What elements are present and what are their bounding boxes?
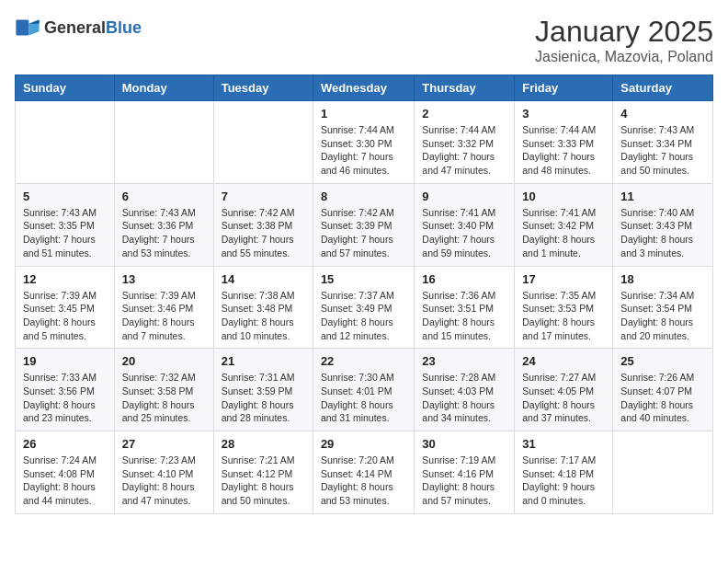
calendar-cell: 13Sunrise: 7:39 AM Sunset: 3:46 PM Dayli… — [114, 266, 213, 349]
day-number: 24 — [522, 354, 605, 368]
calendar-cell: 6Sunrise: 7:43 AM Sunset: 3:36 PM Daylig… — [114, 183, 213, 266]
svg-rect-0 — [16, 20, 28, 36]
day-info: Sunrise: 7:35 AM Sunset: 3:53 PM Dayligh… — [522, 289, 605, 343]
calendar-cell: 5Sunrise: 7:43 AM Sunset: 3:35 PM Daylig… — [16, 183, 115, 266]
calendar-cell: 9Sunrise: 7:41 AM Sunset: 3:40 PM Daylig… — [415, 183, 515, 266]
day-number: 29 — [321, 437, 406, 451]
day-info: Sunrise: 7:26 AM Sunset: 4:07 PM Dayligh… — [620, 371, 705, 425]
calendar-cell: 14Sunrise: 7:38 AM Sunset: 3:48 PM Dayli… — [213, 266, 313, 349]
calendar-cell: 2Sunrise: 7:44 AM Sunset: 3:32 PM Daylig… — [415, 101, 515, 184]
day-number: 16 — [422, 272, 506, 286]
day-info: Sunrise: 7:27 AM Sunset: 4:05 PM Dayligh… — [522, 371, 605, 425]
day-info: Sunrise: 7:32 AM Sunset: 3:58 PM Dayligh… — [122, 371, 206, 425]
day-number: 9 — [422, 190, 506, 203]
day-number: 22 — [321, 354, 406, 368]
calendar-cell — [114, 101, 213, 184]
day-number: 18 — [620, 272, 705, 286]
calendar-week-row: 19Sunrise: 7:33 AM Sunset: 3:56 PM Dayli… — [16, 349, 713, 431]
calendar-cell: 18Sunrise: 7:34 AM Sunset: 3:54 PM Dayli… — [613, 266, 713, 349]
calendar-cell: 21Sunrise: 7:31 AM Sunset: 3:59 PM Dayli… — [213, 349, 313, 431]
calendar-cell — [16, 101, 115, 184]
day-number: 20 — [122, 354, 206, 368]
day-info: Sunrise: 7:21 AM Sunset: 4:12 PM Dayligh… — [222, 454, 305, 508]
day-number: 17 — [522, 272, 605, 286]
day-info: Sunrise: 7:43 AM Sunset: 3:34 PM Dayligh… — [620, 123, 705, 178]
day-number: 1 — [321, 107, 406, 121]
day-number: 4 — [620, 107, 705, 121]
logo-blue: Blue — [106, 18, 142, 37]
weekday-header: Sunday — [16, 75, 115, 101]
calendar-week-row: 26Sunrise: 7:24 AM Sunset: 4:08 PM Dayli… — [16, 431, 713, 514]
calendar-cell: 23Sunrise: 7:28 AM Sunset: 4:03 PM Dayli… — [415, 349, 515, 431]
weekday-header: Friday — [515, 75, 613, 101]
calendar-cell: 8Sunrise: 7:42 AM Sunset: 3:39 PM Daylig… — [313, 183, 414, 266]
day-number: 5 — [23, 190, 107, 203]
day-number: 19 — [23, 354, 107, 368]
calendar-cell: 11Sunrise: 7:40 AM Sunset: 3:43 PM Dayli… — [613, 183, 713, 266]
day-info: Sunrise: 7:40 AM Sunset: 3:43 PM Dayligh… — [620, 206, 705, 260]
title-block: January 2025 Jasienica, Mazovia, Poland — [535, 15, 713, 65]
calendar-cell: 15Sunrise: 7:37 AM Sunset: 3:49 PM Dayli… — [313, 266, 414, 349]
day-info: Sunrise: 7:43 AM Sunset: 3:36 PM Dayligh… — [122, 206, 206, 260]
calendar-cell: 1Sunrise: 7:44 AM Sunset: 3:30 PM Daylig… — [313, 101, 414, 184]
calendar-table: SundayMondayTuesdayWednesdayThursdayFrid… — [15, 75, 713, 514]
calendar-cell: 28Sunrise: 7:21 AM Sunset: 4:12 PM Dayli… — [213, 431, 313, 514]
calendar-cell — [213, 101, 313, 184]
day-info: Sunrise: 7:31 AM Sunset: 3:59 PM Dayligh… — [222, 371, 305, 425]
calendar-cell: 20Sunrise: 7:32 AM Sunset: 3:58 PM Dayli… — [114, 349, 213, 431]
day-info: Sunrise: 7:44 AM Sunset: 3:32 PM Dayligh… — [422, 123, 506, 178]
day-number: 2 — [422, 107, 506, 121]
calendar-cell: 12Sunrise: 7:39 AM Sunset: 3:45 PM Dayli… — [16, 266, 115, 349]
day-number: 27 — [122, 437, 206, 451]
calendar-week-row: 5Sunrise: 7:43 AM Sunset: 3:35 PM Daylig… — [16, 183, 713, 266]
weekday-header: Thursday — [415, 75, 515, 101]
day-number: 23 — [422, 354, 506, 368]
day-info: Sunrise: 7:44 AM Sunset: 3:33 PM Dayligh… — [522, 123, 605, 178]
calendar-cell: 24Sunrise: 7:27 AM Sunset: 4:05 PM Dayli… — [515, 349, 613, 431]
calendar-cell: 31Sunrise: 7:17 AM Sunset: 4:18 PM Dayli… — [515, 431, 613, 514]
day-number: 30 — [422, 437, 506, 451]
day-info: Sunrise: 7:30 AM Sunset: 4:01 PM Dayligh… — [321, 371, 406, 425]
day-info: Sunrise: 7:37 AM Sunset: 3:49 PM Dayligh… — [321, 289, 406, 343]
day-info: Sunrise: 7:39 AM Sunset: 3:45 PM Dayligh… — [23, 289, 107, 343]
calendar-cell: 10Sunrise: 7:41 AM Sunset: 3:42 PM Dayli… — [515, 183, 613, 266]
page-header: GeneralBlue January 2025 Jasienica, Mazo… — [15, 15, 713, 65]
logo-icon — [15, 15, 40, 40]
day-number: 10 — [522, 190, 605, 203]
calendar-cell: 26Sunrise: 7:24 AM Sunset: 4:08 PM Dayli… — [16, 431, 115, 514]
day-info: Sunrise: 7:39 AM Sunset: 3:46 PM Dayligh… — [122, 289, 206, 343]
day-info: Sunrise: 7:42 AM Sunset: 3:38 PM Dayligh… — [222, 206, 305, 260]
day-number: 7 — [222, 190, 305, 203]
day-number: 21 — [222, 354, 305, 368]
day-info: Sunrise: 7:33 AM Sunset: 3:56 PM Dayligh… — [23, 371, 107, 425]
day-info: Sunrise: 7:20 AM Sunset: 4:14 PM Dayligh… — [321, 454, 406, 508]
day-number: 11 — [620, 190, 705, 203]
month-title: January 2025 — [535, 15, 713, 49]
calendar-cell: 30Sunrise: 7:19 AM Sunset: 4:16 PM Dayli… — [415, 431, 515, 514]
calendar-cell: 4Sunrise: 7:43 AM Sunset: 3:34 PM Daylig… — [613, 101, 713, 184]
day-info: Sunrise: 7:36 AM Sunset: 3:51 PM Dayligh… — [422, 289, 506, 343]
calendar-cell — [613, 431, 713, 514]
day-number: 28 — [222, 437, 305, 451]
calendar-header-row: SundayMondayTuesdayWednesdayThursdayFrid… — [16, 75, 713, 101]
logo-text: GeneralBlue — [44, 18, 142, 38]
day-info: Sunrise: 7:42 AM Sunset: 3:39 PM Dayligh… — [321, 206, 406, 260]
day-info: Sunrise: 7:19 AM Sunset: 4:16 PM Dayligh… — [422, 454, 506, 508]
day-number: 31 — [522, 437, 605, 451]
day-number: 25 — [620, 354, 705, 368]
day-info: Sunrise: 7:44 AM Sunset: 3:30 PM Dayligh… — [321, 123, 406, 178]
day-number: 26 — [23, 437, 107, 451]
calendar-cell: 19Sunrise: 7:33 AM Sunset: 3:56 PM Dayli… — [16, 349, 115, 431]
calendar-week-row: 12Sunrise: 7:39 AM Sunset: 3:45 PM Dayli… — [16, 266, 713, 349]
day-info: Sunrise: 7:23 AM Sunset: 4:10 PM Dayligh… — [122, 454, 206, 508]
calendar-cell: 27Sunrise: 7:23 AM Sunset: 4:10 PM Dayli… — [114, 431, 213, 514]
day-number: 8 — [321, 190, 406, 203]
day-info: Sunrise: 7:28 AM Sunset: 4:03 PM Dayligh… — [422, 371, 506, 425]
weekday-header: Saturday — [613, 75, 713, 101]
day-info: Sunrise: 7:24 AM Sunset: 4:08 PM Dayligh… — [23, 454, 107, 508]
logo: GeneralBlue — [15, 15, 142, 40]
calendar-cell: 29Sunrise: 7:20 AM Sunset: 4:14 PM Dayli… — [313, 431, 414, 514]
weekday-header: Tuesday — [213, 75, 313, 101]
calendar-cell: 7Sunrise: 7:42 AM Sunset: 3:38 PM Daylig… — [213, 183, 313, 266]
calendar-cell: 3Sunrise: 7:44 AM Sunset: 3:33 PM Daylig… — [515, 101, 613, 184]
